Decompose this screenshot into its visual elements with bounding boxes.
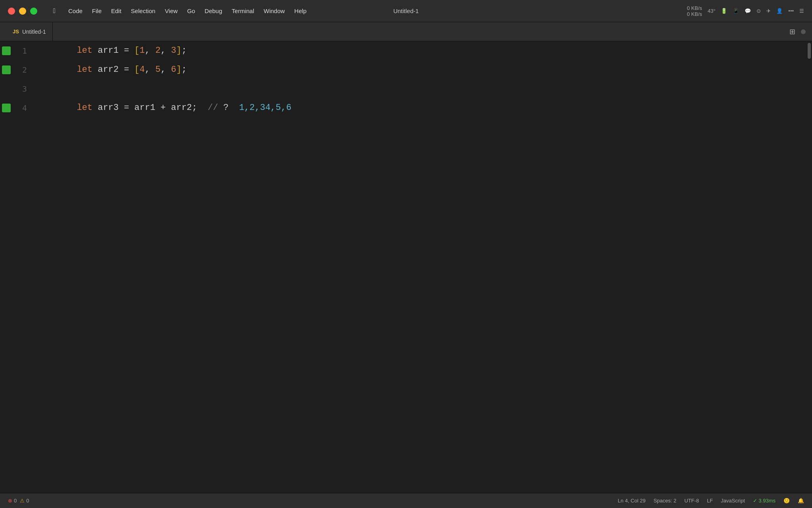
status-right: Ln 4, Col 29 Spaces: 2 UTF-8 LF JavaScri… [618,498,804,504]
split-editor-icon[interactable]: ⊞ [789,27,795,36]
scrollbar-thumb[interactable] [808,43,811,59]
titlebar-right: 0 KB/s0 KB/s 43° 🔋 📱 💬 ⊙ ✈ 👤 ••• ☰ [687,5,804,17]
menu-debug[interactable]: Debug [201,6,226,16]
cursor-position[interactable]: Ln 4, Col 29 [618,498,645,504]
warning-count: 0 [26,498,29,504]
line-number-1: 1 [13,41,35,60]
tabbar: JS Untitled-1 ⊞ [0,22,812,41]
notification-icon[interactable]: 🔔 [798,498,804,504]
tab-actions: ⊞ [789,27,806,36]
minimize-button[interactable] [19,8,26,15]
apple-menu[interactable]:  [49,6,59,17]
line-content-4: let arr3 = arr1 + arr2; // ? 1,2,34,5,6 [35,79,812,137]
menu-go[interactable]: Go [183,6,199,16]
menu-code[interactable]: Code [64,6,86,16]
language-mode[interactable]: JavaScript [721,498,745,504]
menu-window[interactable]: Window [260,6,289,16]
emoji-icon[interactable]: 🙂 [783,498,790,504]
menu-file[interactable]: File [88,6,105,16]
more-icon: ••• [788,8,794,14]
close-button[interactable] [8,8,15,15]
list-icon: ☰ [799,8,804,14]
menu-edit[interactable]: Edit [107,6,125,16]
settings-dot[interactable] [801,29,806,34]
titlebar:  Code File Edit Selection View Go Debug… [0,0,812,22]
line-4: 4 let arr3 = arr1 + arr2; // ? 1,2,34,5,… [0,98,812,117]
line-number-2: 2 [13,60,35,79]
error-count: 0 [14,498,17,504]
battery-icon: 🔋 [721,8,727,14]
tab-language-icon: JS [13,29,19,35]
tab-label: Untitled-1 [22,29,46,35]
timing-status: ✓ 3.93ms [753,498,776,504]
menu-view[interactable]: View [161,6,182,16]
encoding[interactable]: UTF-8 [684,498,699,504]
circle-icon: ⊙ [756,8,761,14]
warning-icon: ⚠ [20,498,25,504]
status-left: ⊗ 0 ⚠ 0 [8,498,29,504]
menubar:  Code File Edit Selection View Go Debug… [49,6,310,17]
editor-area[interactable]: 1 let arr1 = [1, 2, 3]; 2 let arr2 = [4,… [0,41,812,493]
traffic-lights [8,8,37,15]
breakpoint-2[interactable] [2,65,11,74]
warning-status[interactable]: ⚠ 0 [20,498,29,504]
window-title: Untitled-1 [393,8,419,14]
debug-dot-4[interactable] [0,104,13,112]
eol[interactable]: LF [707,498,713,504]
breakpoint-1[interactable] [2,46,11,55]
code-editor[interactable]: 1 let arr1 = [1, 2, 3]; 2 let arr2 = [4,… [0,41,812,493]
indentation[interactable]: Spaces: 2 [653,498,676,504]
menu-selection[interactable]: Selection [127,6,159,16]
wechat-icon: 💬 [745,8,751,14]
error-status[interactable]: ⊗ 0 [8,498,17,504]
breakpoint-4[interactable] [2,104,11,112]
error-icon: ⊗ [8,498,12,504]
line-number-3: 3 [13,79,35,98]
user-icon: 👤 [776,8,783,14]
temperature: 43° [708,8,716,14]
statusbar: ⊗ 0 ⚠ 0 Ln 4, Col 29 Spaces: 2 UTF-8 LF … [0,493,812,508]
menu-help[interactable]: Help [290,6,310,16]
line-2: 2 let arr2 = [4, 5, 6]; [0,60,812,79]
maximize-button[interactable] [30,8,37,15]
debug-dot-2[interactable] [0,65,13,74]
phone-icon: 📱 [733,8,739,14]
editor-scrollbar[interactable] [806,41,812,493]
menu-terminal[interactable]: Terminal [228,6,258,16]
line-number-4: 4 [13,98,35,117]
system-status: 0 KB/s0 KB/s [687,5,702,17]
active-tab[interactable]: JS Untitled-1 [6,22,53,41]
airport-icon: ✈ [766,8,771,14]
debug-dot-1[interactable] [0,46,13,55]
